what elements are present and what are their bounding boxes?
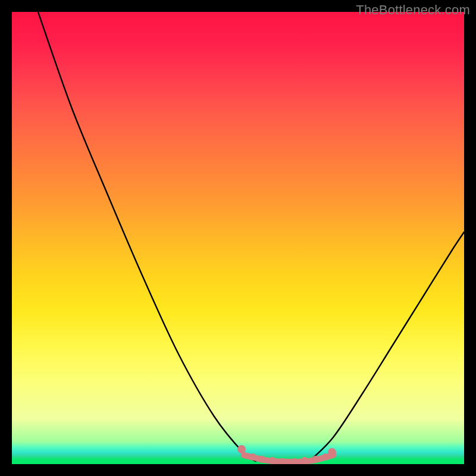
valley-floor-line: [244, 455, 333, 462]
valley-marker-dot: [249, 453, 256, 461]
curve-right-branch: [309, 232, 464, 461]
valley-marker-dot: [258, 456, 265, 463]
valley-marker-dot: [237, 445, 246, 453]
valley-marker-dot: [328, 448, 336, 456]
plot-frame: [12, 12, 464, 464]
valley-marker-dot: [301, 457, 308, 464]
valley-marker-dot: [312, 456, 319, 463]
valley-marker-dot: [322, 453, 329, 461]
valley-marker-dot: [269, 457, 276, 464]
bottleneck-curve-svg: [12, 12, 464, 464]
curve-left-branch: [38, 12, 256, 461]
watermark-text: TheBottleneck.com: [356, 2, 470, 18]
